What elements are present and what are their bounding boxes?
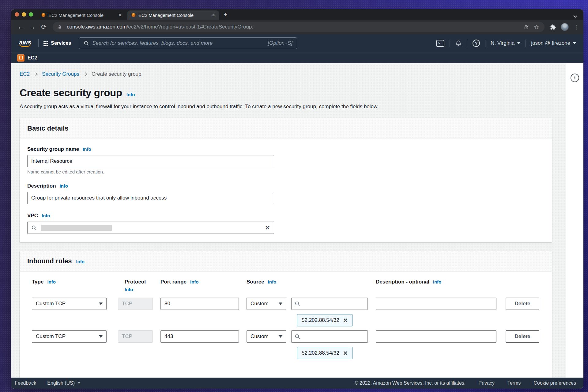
chevron-down-icon	[279, 303, 282, 305]
account-label: jason @ firezone	[531, 40, 570, 46]
browser-menu-icon[interactable]: ⋮	[574, 24, 579, 30]
name-helper-text: Name cannot be edited after creation.	[27, 169, 544, 174]
close-window-button[interactable]	[15, 12, 19, 17]
delete-rule-button[interactable]: Delete	[506, 330, 539, 343]
tab-title: EC2 Management Console	[138, 13, 208, 18]
source-search-input[interactable]	[291, 330, 368, 343]
inbound-rules-info-link[interactable]: Info	[76, 259, 85, 264]
source-search-input[interactable]	[291, 298, 368, 310]
rule-description-input[interactable]	[376, 330, 496, 343]
title-info-link[interactable]: Info	[126, 92, 135, 97]
inbound-rule-row: Custom TCP TCP Custom Delete	[32, 298, 544, 310]
aws-search-input[interactable]	[92, 40, 265, 46]
address-bar[interactable]: console.aws.amazon.com/ec2/v2/home?regio…	[53, 22, 545, 32]
protocol-field-disabled: TCP	[118, 298, 153, 310]
description-input[interactable]	[27, 192, 274, 204]
ec2-favorite-link[interactable]: EC2	[28, 55, 37, 61]
ec2-service-icon[interactable]	[17, 54, 24, 62]
rule-description-input[interactable]	[376, 298, 496, 310]
breadcrumb-security-groups[interactable]: Security Groups	[42, 71, 79, 77]
search-icon	[295, 301, 300, 307]
basic-details-card: Basic details Security group name Info N…	[20, 118, 552, 242]
window-controls[interactable]	[11, 9, 37, 20]
maximize-window-button[interactable]	[29, 12, 33, 17]
extensions-puzzle-icon[interactable]	[550, 24, 556, 30]
cloudshell-icon[interactable]: >_	[436, 40, 444, 47]
services-grid-icon	[43, 41, 48, 46]
info-panel-icon[interactable]: i	[571, 74, 579, 82]
url-path: /ec2/v2/home?region=us-east-1#CreateSecu…	[127, 24, 253, 30]
search-icon	[295, 334, 300, 340]
share-icon[interactable]	[524, 24, 529, 30]
help-icon[interactable]: ?	[473, 40, 480, 47]
security-group-name-input[interactable]	[27, 155, 274, 167]
chevron-down-icon	[573, 42, 576, 44]
type-select[interactable]: Custom TCP	[32, 330, 107, 343]
remove-token-icon[interactable]: ✕	[343, 317, 348, 324]
port-range-input[interactable]	[160, 330, 239, 343]
source-select[interactable]: Custom	[247, 298, 286, 310]
aws-search-box[interactable]: [Option+S]	[79, 37, 297, 49]
aws-cube-favicon	[41, 13, 46, 17]
description-info-link[interactable]: Info	[433, 279, 442, 284]
port-range-info-link[interactable]: Info	[190, 279, 199, 284]
chevron-down-icon	[78, 382, 81, 384]
port-range-input[interactable]	[160, 298, 239, 310]
region-selector[interactable]: N. Virginia	[491, 40, 520, 46]
source-info-link[interactable]: Info	[268, 279, 277, 284]
protocol-info-link[interactable]: Info	[125, 287, 133, 292]
page-content: EC2 Security Groups Create security grou…	[11, 63, 566, 378]
delete-rule-button[interactable]: Delete	[506, 298, 539, 310]
chevron-down-icon	[517, 42, 520, 44]
services-menu[interactable]: Services	[43, 40, 71, 46]
close-tab-icon[interactable]: ✕	[211, 13, 216, 17]
type-info-link[interactable]: Info	[47, 279, 56, 284]
breadcrumb-chevron-icon	[84, 72, 87, 76]
description-info-link[interactable]: Info	[60, 183, 68, 188]
reload-button[interactable]: ⟳	[39, 23, 49, 31]
bookmark-star-icon[interactable]: ☆	[534, 24, 539, 31]
column-protocol: Protocol Info	[118, 279, 153, 292]
close-tab-icon[interactable]: ✕	[117, 13, 123, 17]
aws-top-nav: aws Services [Option+S] >_ ? N. Virginia	[11, 34, 583, 52]
aws-cube-favicon	[131, 13, 136, 17]
breadcrumb-ec2[interactable]: EC2	[20, 71, 30, 77]
description-label: Description	[27, 183, 56, 189]
remove-token-icon[interactable]: ✕	[343, 350, 348, 357]
tab-ec2-console-1[interactable]: EC2 Management Console ✕	[37, 10, 126, 20]
forward-button[interactable]: →	[27, 23, 37, 31]
aws-logo[interactable]: aws	[17, 39, 33, 48]
help-panel-collapsed: i	[566, 63, 583, 378]
tab-search-chevron-icon[interactable]	[573, 14, 577, 18]
vpc-info-link[interactable]: Info	[42, 213, 50, 218]
minimize-window-button[interactable]	[22, 12, 26, 17]
chevron-down-icon	[99, 303, 103, 305]
privacy-link[interactable]: Privacy	[478, 380, 494, 386]
column-port-range: Port range Info	[160, 279, 239, 285]
source-select[interactable]: Custom	[247, 330, 286, 343]
new-tab-button[interactable]: +	[224, 11, 227, 18]
back-button[interactable]: ←	[15, 23, 26, 31]
type-select[interactable]: Custom TCP	[32, 298, 107, 310]
account-menu[interactable]: jason @ firezone	[531, 40, 576, 46]
breadcrumb: EC2 Security Groups Create security grou…	[20, 71, 566, 77]
chevron-down-icon	[99, 335, 103, 338]
chevron-down-icon	[279, 335, 282, 338]
page-description: A security group acts as a virtual firew…	[20, 104, 566, 110]
terms-link[interactable]: Terms	[507, 380, 521, 386]
language-label: English (US)	[47, 380, 75, 386]
basic-details-title: Basic details	[27, 124, 69, 132]
column-source: Source Info	[247, 279, 368, 285]
tab-ec2-console-2[interactable]: EC2 Management Console ✕	[127, 10, 219, 20]
vpc-label: VPC	[27, 213, 38, 219]
breadcrumb-chevron-icon	[34, 72, 37, 76]
profile-avatar[interactable]	[561, 23, 569, 31]
inbound-rules-title: Inbound rules	[27, 257, 72, 265]
clear-vpc-icon[interactable]: ✕	[265, 224, 270, 231]
cookie-preferences-link[interactable]: Cookie preferences	[533, 380, 576, 386]
language-selector[interactable]: English (US)	[47, 380, 81, 386]
vpc-select-input[interactable]: ✕	[27, 222, 274, 234]
name-info-link[interactable]: Info	[83, 147, 91, 152]
feedback-link[interactable]: Feedback	[15, 380, 36, 386]
notifications-bell-icon[interactable]	[455, 40, 462, 47]
